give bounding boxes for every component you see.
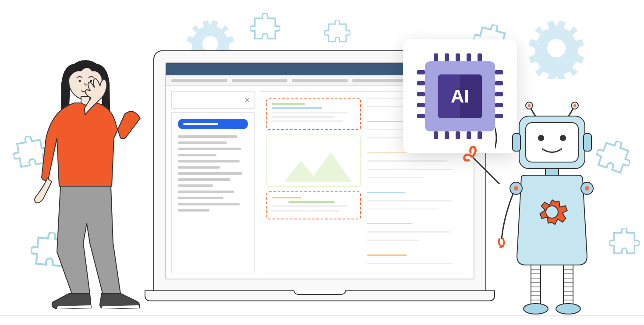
svg-point-8	[528, 104, 531, 107]
svg-point-23	[585, 186, 589, 191]
ai-chip-icon: AI	[425, 61, 495, 131]
svg-point-19	[546, 206, 558, 218]
svg-rect-15	[584, 134, 591, 151]
svg-point-43	[556, 304, 580, 314]
puzzle-icon-2	[324, 20, 350, 46]
svg-point-16	[538, 135, 544, 141]
laptop-base	[145, 290, 495, 301]
svg-point-4	[90, 80, 92, 82]
highlighted-block-2	[266, 191, 361, 219]
svg-marker-1	[309, 152, 352, 182]
close-icon: ×	[244, 95, 250, 105]
svg-rect-24	[531, 265, 541, 304]
gear-icon-bg-2	[526, 18, 587, 79]
svg-rect-14	[513, 134, 520, 151]
svg-rect-33	[563, 265, 573, 304]
svg-point-17	[560, 135, 566, 141]
puzzle-icon-1	[250, 13, 280, 44]
puzzle-icon-7	[609, 228, 640, 258]
svg-rect-13	[526, 123, 578, 162]
robot-arm-claw	[460, 145, 513, 197]
robot-illustration	[495, 94, 609, 313]
primary-button-placeholder	[178, 119, 248, 129]
image-placeholder	[266, 134, 361, 187]
highlighted-block-1	[266, 98, 361, 130]
person-illustration	[26, 50, 166, 313]
sidebar-panel: ×	[171, 91, 255, 273]
svg-point-3	[79, 80, 81, 82]
svg-point-42	[524, 304, 548, 314]
svg-point-21	[514, 186, 518, 191]
ai-chip-label: AI	[451, 86, 469, 107]
svg-point-11	[573, 104, 576, 107]
